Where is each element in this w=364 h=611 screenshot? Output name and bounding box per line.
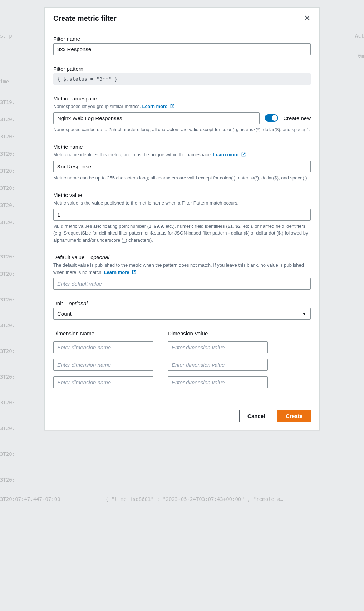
cancel-button[interactable]: Cancel: [239, 410, 273, 422]
metric-namespace-constraint: Namespaces can be up to 255 characters l…: [53, 126, 311, 133]
unit-field: Unit – optional ▼: [53, 300, 311, 320]
create-new-namespace-toggle[interactable]: [265, 114, 278, 122]
metric-name-label: Metric name: [53, 144, 311, 150]
metric-value-constraint: Valid metric values are: floating point …: [53, 223, 311, 244]
modal-header: Create metric filter ✕: [45, 8, 319, 29]
filter-pattern-input: [53, 73, 311, 85]
unit-select[interactable]: [53, 308, 311, 320]
filter-pattern-label: Filter pattern: [53, 66, 311, 72]
create-metric-filter-modal: Create metric filter ✕ Filter name Filte…: [44, 7, 320, 430]
modal-footer: Cancel Create: [45, 403, 319, 430]
dimension-name-header: Dimension Name: [53, 330, 153, 336]
metric-value-field: Metric value Metric value is the value p…: [53, 192, 311, 243]
create-button[interactable]: Create: [277, 410, 311, 422]
dimension-name-input[interactable]: [53, 376, 153, 388]
filter-pattern-field: Filter pattern: [53, 66, 311, 85]
modal-title: Create metric filter: [53, 14, 117, 23]
metric-value-help: Metric value is the value published to t…: [53, 199, 311, 207]
dimensions-section: Dimension Name Dimension Value: [53, 330, 311, 394]
default-value-help: The default value is published to the me…: [53, 262, 311, 276]
default-value-field: Default value – optional The default val…: [53, 254, 311, 290]
filter-name-label: Filter name: [53, 36, 311, 42]
metric-name-help: Metric name identifies this metric, and …: [53, 151, 311, 158]
external-link-icon: [170, 104, 174, 108]
metric-name-constraint: Metric name can be up to 255 characters …: [53, 174, 311, 182]
dimension-name-input[interactable]: [53, 341, 153, 353]
default-value-label: Default value – optional: [53, 254, 311, 260]
metric-namespace-help: Namespaces let you group similar metrics…: [53, 103, 311, 110]
create-new-namespace-label: Create new: [283, 115, 311, 121]
metric-namespace-field: Metric namespace Namespaces let you grou…: [53, 95, 311, 133]
metric-value-input[interactable]: [53, 209, 311, 221]
external-link-icon: [132, 270, 136, 274]
dimension-value-input[interactable]: [168, 359, 268, 371]
unit-label: Unit – optional: [53, 300, 311, 306]
filter-name-input[interactable]: [53, 43, 311, 55]
metric-name-learn-more-link[interactable]: Learn more: [213, 152, 245, 157]
metric-value-label: Metric value: [53, 192, 311, 198]
metric-namespace-label: Metric namespace: [53, 95, 311, 102]
metric-namespace-input[interactable]: [53, 112, 260, 124]
dimension-name-column: Dimension Name: [53, 330, 153, 394]
dimension-value-column: Dimension Value: [168, 330, 268, 394]
default-value-input[interactable]: [53, 278, 311, 290]
close-icon[interactable]: ✕: [304, 14, 311, 23]
dimension-value-input[interactable]: [168, 376, 268, 388]
default-value-learn-more-link[interactable]: Learn more: [104, 270, 136, 275]
dimension-name-input[interactable]: [53, 359, 153, 371]
metric-name-input[interactable]: [53, 161, 311, 172]
namespace-learn-more-link[interactable]: Learn more: [142, 104, 174, 109]
external-link-icon: [241, 152, 246, 157]
dimension-value-header: Dimension Value: [168, 330, 268, 336]
filter-name-field: Filter name: [53, 36, 311, 55]
metric-name-field: Metric name Metric name identifies this …: [53, 144, 311, 181]
dimension-value-input[interactable]: [168, 341, 268, 353]
